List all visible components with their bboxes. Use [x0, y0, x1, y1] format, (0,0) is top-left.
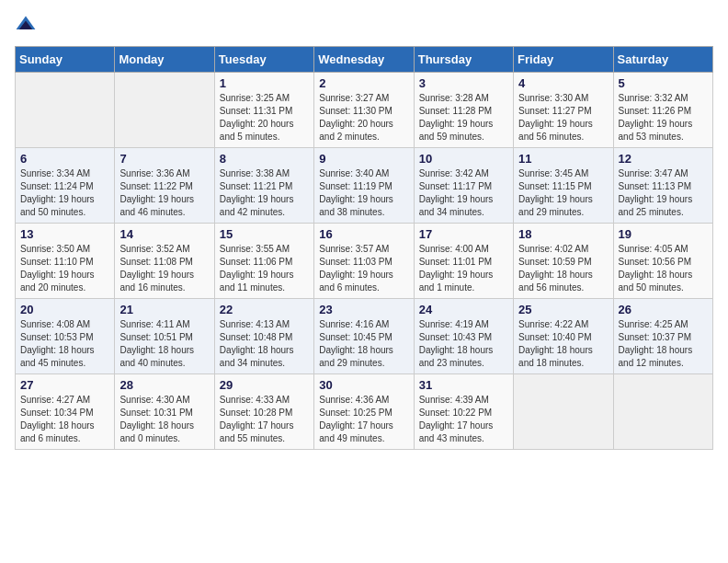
page-header [15, 15, 713, 37]
calendar-cell: 11Sunrise: 3:45 AM Sunset: 11:15 PM Dayl… [514, 148, 613, 224]
day-info: Sunrise: 4:22 AM Sunset: 10:40 PM Daylig… [518, 318, 608, 370]
day-number: 29 [220, 378, 309, 392]
day-info: Sunrise: 3:34 AM Sunset: 11:24 PM Daylig… [20, 167, 109, 219]
day-info: Sunrise: 4:36 AM Sunset: 10:25 PM Daylig… [319, 394, 408, 445]
header-thursday: Thursday [414, 47, 513, 73]
week-row-2: 13Sunrise: 3:50 AM Sunset: 11:10 PM Dayl… [16, 224, 713, 299]
calendar-cell: 19Sunrise: 4:05 AM Sunset: 10:56 PM Dayl… [613, 224, 712, 299]
day-info: Sunrise: 3:36 AM Sunset: 11:22 PM Daylig… [119, 167, 209, 219]
week-row-4: 27Sunrise: 4:27 AM Sunset: 10:34 PM Dayl… [16, 374, 713, 450]
day-number: 3 [419, 76, 508, 90]
calendar-cell: 25Sunrise: 4:22 AM Sunset: 10:40 PM Dayl… [514, 299, 613, 374]
day-number: 13 [20, 227, 109, 241]
calendar-cell: 4Sunrise: 3:30 AM Sunset: 11:27 PM Dayli… [514, 73, 613, 148]
day-number: 28 [119, 378, 209, 392]
day-info: Sunrise: 4:02 AM Sunset: 10:59 PM Daylig… [518, 243, 608, 294]
calendar-table: SundayMondayTuesdayWednesdayThursdayFrid… [15, 46, 713, 450]
day-number: 15 [220, 227, 309, 241]
calendar-cell: 17Sunrise: 4:00 AM Sunset: 11:01 PM Dayl… [414, 224, 513, 299]
day-info: Sunrise: 4:00 AM Sunset: 11:01 PM Daylig… [419, 243, 508, 294]
header-monday: Monday [115, 47, 214, 73]
header-tuesday: Tuesday [214, 47, 313, 73]
day-info: Sunrise: 3:42 AM Sunset: 11:17 PM Daylig… [419, 167, 508, 219]
calendar-cell: 29Sunrise: 4:33 AM Sunset: 10:28 PM Dayl… [214, 374, 313, 450]
day-number: 26 [619, 303, 708, 316]
day-info: Sunrise: 3:45 AM Sunset: 11:15 PM Daylig… [518, 167, 608, 219]
header-sunday: Sunday [16, 47, 115, 73]
calendar-cell [613, 374, 712, 450]
day-info: Sunrise: 4:30 AM Sunset: 10:31 PM Daylig… [119, 394, 209, 445]
header-saturday: Saturday [613, 47, 712, 73]
calendar-cell: 26Sunrise: 4:25 AM Sunset: 10:37 PM Dayl… [613, 299, 712, 374]
calendar-cell [16, 73, 115, 148]
header-wednesday: Wednesday [314, 47, 414, 73]
day-info: Sunrise: 3:32 AM Sunset: 11:26 PM Daylig… [619, 92, 708, 144]
day-number: 22 [220, 303, 309, 316]
logo-icon [15, 15, 37, 37]
calendar-cell: 6Sunrise: 3:34 AM Sunset: 11:24 PM Dayli… [16, 148, 115, 224]
day-number: 10 [419, 152, 508, 166]
calendar-cell: 28Sunrise: 4:30 AM Sunset: 10:31 PM Dayl… [115, 374, 214, 450]
day-number: 11 [518, 152, 608, 166]
day-number: 19 [619, 227, 708, 241]
day-number: 25 [518, 303, 608, 316]
day-info: Sunrise: 3:27 AM Sunset: 11:30 PM Daylig… [319, 92, 408, 144]
calendar-cell: 2Sunrise: 3:27 AM Sunset: 11:30 PM Dayli… [314, 73, 414, 148]
calendar-cell: 20Sunrise: 4:08 AM Sunset: 10:53 PM Dayl… [16, 299, 115, 374]
day-info: Sunrise: 3:47 AM Sunset: 11:13 PM Daylig… [619, 167, 708, 219]
day-number: 30 [319, 378, 408, 392]
header-friday: Friday [514, 47, 613, 73]
day-number: 14 [119, 227, 209, 241]
day-info: Sunrise: 3:28 AM Sunset: 11:28 PM Daylig… [419, 92, 508, 144]
day-info: Sunrise: 3:38 AM Sunset: 11:21 PM Daylig… [220, 167, 309, 219]
days-header-row: SundayMondayTuesdayWednesdayThursdayFrid… [16, 47, 713, 73]
calendar-cell: 10Sunrise: 3:42 AM Sunset: 11:17 PM Dayl… [414, 148, 513, 224]
day-info: Sunrise: 3:52 AM Sunset: 11:08 PM Daylig… [119, 243, 209, 294]
day-info: Sunrise: 3:40 AM Sunset: 11:19 PM Daylig… [319, 167, 408, 219]
calendar-cell: 13Sunrise: 3:50 AM Sunset: 11:10 PM Dayl… [16, 224, 115, 299]
day-number: 12 [619, 152, 708, 166]
day-number: 1 [220, 76, 309, 90]
day-number: 5 [619, 76, 708, 90]
day-info: Sunrise: 4:25 AM Sunset: 10:37 PM Daylig… [619, 318, 708, 370]
day-info: Sunrise: 4:11 AM Sunset: 10:51 PM Daylig… [119, 318, 209, 370]
calendar-cell: 5Sunrise: 3:32 AM Sunset: 11:26 PM Dayli… [613, 73, 712, 148]
calendar-cell: 15Sunrise: 3:55 AM Sunset: 11:06 PM Dayl… [214, 224, 313, 299]
day-info: Sunrise: 4:08 AM Sunset: 10:53 PM Daylig… [20, 318, 109, 370]
day-number: 7 [119, 152, 209, 166]
calendar-cell [514, 374, 613, 450]
logo [15, 15, 40, 37]
day-number: 23 [319, 303, 408, 316]
day-info: Sunrise: 4:16 AM Sunset: 10:45 PM Daylig… [319, 318, 408, 370]
calendar-cell [115, 73, 214, 148]
day-number: 4 [518, 76, 608, 90]
calendar-cell: 1Sunrise: 3:25 AM Sunset: 11:31 PM Dayli… [214, 73, 313, 148]
calendar-cell: 12Sunrise: 3:47 AM Sunset: 11:13 PM Dayl… [613, 148, 712, 224]
day-info: Sunrise: 4:33 AM Sunset: 10:28 PM Daylig… [220, 394, 309, 445]
calendar-cell: 16Sunrise: 3:57 AM Sunset: 11:03 PM Dayl… [314, 224, 414, 299]
day-info: Sunrise: 4:19 AM Sunset: 10:43 PM Daylig… [419, 318, 508, 370]
week-row-1: 6Sunrise: 3:34 AM Sunset: 11:24 PM Dayli… [16, 148, 713, 224]
day-number: 18 [518, 227, 608, 241]
day-info: Sunrise: 3:55 AM Sunset: 11:06 PM Daylig… [220, 243, 309, 294]
day-info: Sunrise: 3:25 AM Sunset: 11:31 PM Daylig… [220, 92, 309, 144]
calendar-cell: 9Sunrise: 3:40 AM Sunset: 11:19 PM Dayli… [314, 148, 414, 224]
calendar-cell: 30Sunrise: 4:36 AM Sunset: 10:25 PM Dayl… [314, 374, 414, 450]
day-info: Sunrise: 3:50 AM Sunset: 11:10 PM Daylig… [20, 243, 109, 294]
calendar-cell: 22Sunrise: 4:13 AM Sunset: 10:48 PM Dayl… [214, 299, 313, 374]
week-row-0: 1Sunrise: 3:25 AM Sunset: 11:31 PM Dayli… [16, 73, 713, 148]
day-info: Sunrise: 3:57 AM Sunset: 11:03 PM Daylig… [319, 243, 408, 294]
calendar-cell: 21Sunrise: 4:11 AM Sunset: 10:51 PM Dayl… [115, 299, 214, 374]
day-number: 16 [319, 227, 408, 241]
day-number: 17 [419, 227, 508, 241]
calendar-cell: 8Sunrise: 3:38 AM Sunset: 11:21 PM Dayli… [214, 148, 313, 224]
day-number: 9 [319, 152, 408, 166]
day-number: 24 [419, 303, 508, 316]
day-number: 21 [119, 303, 209, 316]
calendar-cell: 27Sunrise: 4:27 AM Sunset: 10:34 PM Dayl… [16, 374, 115, 450]
day-number: 31 [419, 378, 508, 392]
calendar-cell: 23Sunrise: 4:16 AM Sunset: 10:45 PM Dayl… [314, 299, 414, 374]
day-info: Sunrise: 4:39 AM Sunset: 10:22 PM Daylig… [419, 394, 508, 445]
day-number: 27 [20, 378, 109, 392]
day-number: 8 [220, 152, 309, 166]
